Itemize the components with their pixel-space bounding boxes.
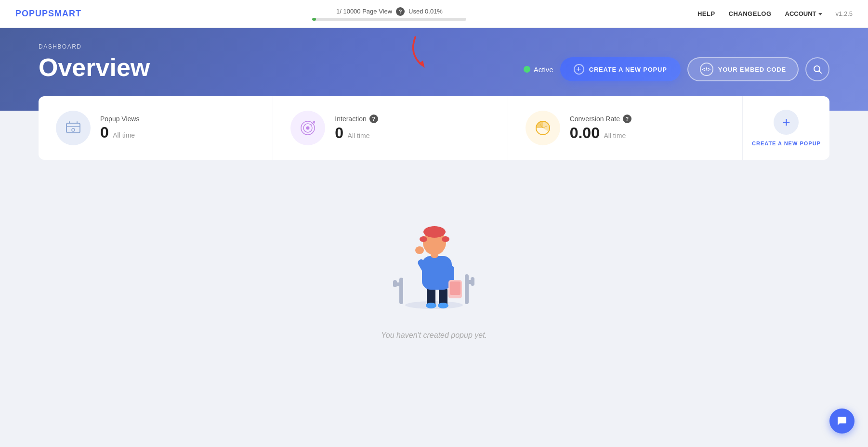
svg-point-26: [426, 303, 436, 308]
conversion-label: Conversion Rate ?: [570, 115, 631, 123]
conversion-info: Conversion Rate ? 0.00 All time: [570, 115, 631, 142]
eye-icon: [65, 119, 82, 137]
svg-point-37: [442, 236, 449, 242]
progress-fill: [312, 18, 316, 21]
page-view-help-icon[interactable]: ?: [396, 7, 405, 16]
svg-rect-20: [393, 280, 397, 287]
chat-button[interactable]: [829, 409, 855, 434]
account-menu[interactable]: ACCOUNT: [785, 10, 822, 17]
pie-icon: [533, 118, 552, 138]
plus-icon: +: [574, 64, 584, 75]
empty-state-message: You haven't created popup yet.: [381, 331, 487, 340]
interaction-value: 0: [335, 124, 343, 141]
logo-text: POPUPSMART: [15, 9, 81, 18]
svg-point-10: [306, 127, 310, 130]
used-label: Used 0.01%: [408, 8, 443, 15]
search-button[interactable]: [805, 57, 829, 81]
conversion-icon-wrap: [526, 111, 560, 145]
chat-icon: [836, 415, 848, 427]
conversion-rate-card: Conversion Rate ? 0.00 All time: [508, 96, 743, 160]
popup-views-icon-wrap: [56, 111, 91, 145]
create-popup-button[interactable]: + CREATE A NEW POPUP: [560, 57, 681, 81]
conversion-value: 0.00: [570, 124, 600, 141]
help-link[interactable]: HELP: [697, 10, 715, 17]
create-new-plus-icon: +: [774, 110, 799, 135]
popup-views-value: 0: [100, 124, 109, 141]
svg-rect-18: [399, 278, 403, 304]
popup-views-period: All time: [113, 131, 135, 139]
svg-point-36: [420, 236, 427, 242]
svg-rect-21: [465, 274, 469, 304]
create-new-card[interactable]: + CREATE A NEW POPUP: [743, 96, 829, 160]
header-actions: Active + CREATE A NEW POPUP </> YOUR EMB…: [524, 57, 829, 81]
create-popup-label: CREATE A NEW POPUP: [589, 66, 667, 73]
page-view-progress: [312, 18, 466, 21]
svg-point-35: [423, 226, 446, 238]
empty-state: You haven't created popup yet.: [0, 160, 868, 359]
active-indicator: Active: [524, 65, 553, 74]
changelog-link[interactable]: CHANGELOG: [729, 10, 772, 17]
empty-illustration: [367, 189, 501, 323]
popup-views-card: Popup Views 0 All time: [39, 96, 273, 160]
topnav-right: HELP CHANGELOG ACCOUNT v1.2.5: [697, 10, 853, 17]
svg-rect-31: [450, 281, 460, 295]
topnav: POPUPSMART 1/ 10000 Page View ? Used 0.0…: [0, 0, 868, 28]
active-label: Active: [534, 65, 553, 74]
account-label: ACCOUNT: [785, 10, 816, 17]
popup-views-label: Popup Views: [100, 115, 139, 123]
svg-line-2: [819, 71, 822, 74]
svg-point-38: [415, 246, 424, 254]
svg-point-5: [72, 128, 75, 131]
embed-code-label: YOUR EMBED CODE: [718, 66, 786, 73]
interaction-help-icon[interactable]: ?: [369, 115, 378, 123]
dashboard-label-text: DASHBOARD: [39, 43, 829, 50]
interaction-period: All time: [348, 132, 370, 140]
search-icon: [813, 64, 822, 74]
popup-views-info: Popup Views 0 All time: [100, 115, 139, 141]
conversion-help-icon[interactable]: ?: [623, 115, 631, 123]
interaction-info: Interaction ? 0 All time: [335, 115, 378, 142]
target-icon: [298, 118, 317, 138]
conversion-period: All time: [604, 132, 626, 140]
code-icon: </>: [700, 63, 713, 76]
page-view-label: 1/ 10000 Page View: [336, 8, 392, 15]
interaction-card: Interaction ? 0 All time: [273, 96, 508, 160]
stats-section: Popup Views 0 All time Interaction ?: [39, 96, 829, 160]
version-label: v1.2.5: [836, 10, 853, 17]
illustration: [367, 189, 501, 323]
svg-point-27: [438, 303, 448, 308]
create-new-card-label: CREATE A NEW POPUP: [752, 140, 821, 146]
svg-rect-23: [471, 277, 474, 286]
interaction-icon-wrap: [290, 111, 325, 145]
logo: POPUPSMART: [15, 9, 81, 19]
chevron-down-icon: [818, 13, 822, 15]
interaction-label: Interaction ?: [335, 115, 378, 123]
page-view-section: 1/ 10000 Page View ? Used 0.01%: [312, 7, 466, 21]
active-dot-icon: [524, 66, 530, 73]
embed-code-button[interactable]: </> YOUR EMBED CODE: [687, 57, 799, 81]
